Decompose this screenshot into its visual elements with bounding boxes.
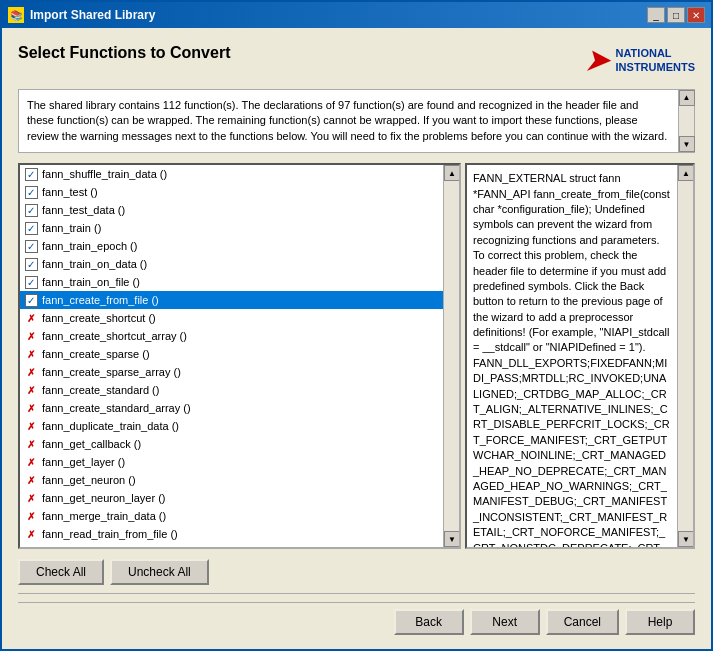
list-item[interactable]: ✗fann_duplicate_train_data () [20,417,443,435]
item-label: fann_create_standard_array () [42,402,191,414]
list-item[interactable]: ✗fann_create_standard_array () [20,399,443,417]
list-item[interactable]: ✗fann_get_neuron_layer () [20,489,443,507]
item-label: fann_get_callback () [42,438,141,450]
header-section: Select Functions to Convert ➤ NATIONAL I… [18,44,695,77]
title-bar: 📚 Import Shared Library _ □ ✕ [2,2,711,28]
check-icon: ✗ [24,401,38,415]
item-label: fann_create_shortcut_array () [42,330,187,342]
page-title: Select Functions to Convert [18,44,230,62]
title-buttons: _ □ ✕ [647,7,705,23]
main-window: 📚 Import Shared Library _ □ ✕ Select Fun… [0,0,713,651]
list-item[interactable]: ✓fann_create_from_file () [20,291,443,309]
list-item[interactable]: ✗fann_get_neuron () [20,471,443,489]
function-list-panel: ✓fann_shuffle_train_data ()✓fann_test ()… [18,163,461,549]
check-uncheck-group: Check All Uncheck All [18,559,209,585]
right-scroll-down[interactable]: ▼ [678,531,694,547]
list-scroll-down[interactable]: ▼ [444,531,459,547]
divider [18,593,695,594]
right-scrollbar: ▲ ▼ [677,165,693,547]
list-item[interactable]: ✗fann_subset_train_data () [20,543,443,547]
right-scroll-track [678,181,693,531]
check-icon: ✗ [24,383,38,397]
list-item[interactable]: ✗fann_create_standard () [20,381,443,399]
check-icon: ✓ [24,257,38,271]
check-icon: ✗ [24,455,38,469]
check-icon: ✗ [24,527,38,541]
desc-scroll-down[interactable]: ▼ [679,136,695,152]
content-area: Select Functions to Convert ➤ NATIONAL I… [2,28,711,649]
item-label: fann_get_neuron () [42,474,136,486]
next-button[interactable]: Next [470,609,540,635]
back-button[interactable]: Back [394,609,464,635]
list-item[interactable]: ✗fann_create_shortcut_array () [20,327,443,345]
close-button[interactable]: ✕ [687,7,705,23]
window-title: Import Shared Library [30,8,155,22]
item-label: fann_train_on_data () [42,258,147,270]
check-icon: ✓ [24,221,38,235]
item-label: fann_create_sparse_array () [42,366,181,378]
item-label: fann_train () [42,222,101,234]
check-icon: ✗ [24,347,38,361]
check-icon: ✓ [24,167,38,181]
list-item[interactable]: ✗fann_create_sparse_array () [20,363,443,381]
ni-logo-line1: NATIONAL [616,47,672,59]
list-item[interactable]: ✗fann_get_layer () [20,453,443,471]
help-button[interactable]: Help [625,609,695,635]
ni-logo-text: NATIONAL INSTRUMENTS [616,47,695,73]
function-list[interactable]: ✓fann_shuffle_train_data ()✓fann_test ()… [20,165,443,547]
uncheck-all-button[interactable]: Uncheck All [110,559,209,585]
list-item[interactable]: ✗fann_read_train_from_file () [20,525,443,543]
check-icon: ✓ [24,275,38,289]
item-label: fann_create_sparse () [42,348,150,360]
check-icon: ✗ [24,329,38,343]
list-scroll-track [444,181,459,531]
list-item[interactable]: ✗fann_merge_train_data () [20,507,443,525]
check-icon: ✓ [24,293,38,307]
nav-buttons: Back Next Cancel Help [18,602,695,639]
list-item[interactable]: ✗fann_create_sparse () [20,345,443,363]
right-panel: FANN_EXTERNAL struct fann *FANN_API fann… [465,163,695,549]
item-label: fann_subset_train_data () [42,546,167,547]
ni-chevron-icon: ➤ [585,44,608,77]
item-label: fann_test_data () [42,204,125,216]
item-label: fann_duplicate_train_data () [42,420,179,432]
list-item[interactable]: ✓fann_train () [20,219,443,237]
ni-logo: ➤ NATIONAL INSTRUMENTS [585,44,695,77]
title-bar-left: 📚 Import Shared Library [8,7,155,23]
desc-scroll-track [679,106,694,136]
check-icon: ✗ [24,311,38,325]
item-label: fann_create_standard () [42,384,159,396]
main-panels: ✓fann_shuffle_train_data ()✓fann_test ()… [18,163,695,549]
item-label: fann_test () [42,186,98,198]
right-panel-text: FANN_EXTERNAL struct fann *FANN_API fann… [467,165,677,547]
list-scroll-up[interactable]: ▲ [444,165,459,181]
check-icon: ✗ [24,545,38,547]
list-item[interactable]: ✓fann_test_data () [20,201,443,219]
desc-scroll-up[interactable]: ▲ [679,90,695,106]
list-item[interactable]: ✓fann_train_on_data () [20,255,443,273]
description-text: The shared library contains 112 function… [27,99,667,142]
check-icon: ✗ [24,491,38,505]
check-icon: ✗ [24,365,38,379]
left-panel-inner: ✓fann_shuffle_train_data ()✓fann_test ()… [20,165,459,547]
bottom-buttons: Check All Uncheck All [18,559,695,585]
list-item[interactable]: ✓fann_train_epoch () [20,237,443,255]
description-scrollbar: ▲ ▼ [678,90,694,152]
maximize-button[interactable]: □ [667,7,685,23]
list-item[interactable]: ✓fann_shuffle_train_data () [20,165,443,183]
item-label: fann_create_from_file () [42,294,159,306]
check-icon: ✗ [24,419,38,433]
minimize-button[interactable]: _ [647,7,665,23]
check-icon: ✗ [24,437,38,451]
right-scroll-up[interactable]: ▲ [678,165,694,181]
check-all-button[interactable]: Check All [18,559,104,585]
list-item[interactable]: ✗fann_create_shortcut () [20,309,443,327]
item-label: fann_create_shortcut () [42,312,156,324]
list-item[interactable]: ✓fann_train_on_file () [20,273,443,291]
list-item[interactable]: ✗fann_get_callback () [20,435,443,453]
list-scrollbar: ▲ ▼ [443,165,459,547]
item-label: fann_train_epoch () [42,240,137,252]
list-item[interactable]: ✓fann_test () [20,183,443,201]
item-label: fann_shuffle_train_data () [42,168,167,180]
cancel-button[interactable]: Cancel [546,609,619,635]
